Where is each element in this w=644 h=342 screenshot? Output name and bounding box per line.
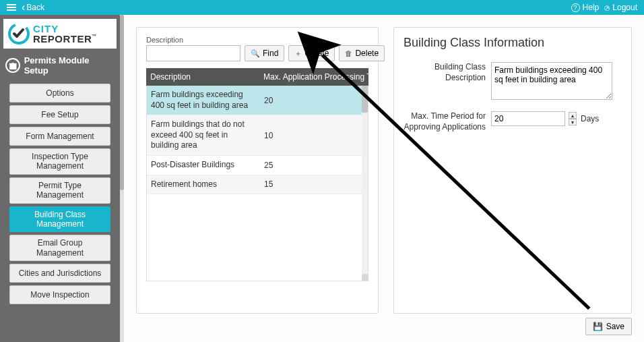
logo-text-reporter: REPORTER: [33, 33, 92, 45]
delete-button[interactable]: 🗑 Delete: [339, 45, 385, 61]
trash-icon: 🗑: [345, 49, 352, 57]
table-row[interactable]: Post-Disaster Buildings25: [147, 156, 368, 175]
module-header: Permits Module Setup: [0, 55, 120, 76]
table-row[interactable]: Retirement homes15: [147, 175, 368, 195]
help-icon: ?: [571, 3, 580, 12]
delete-label: Delete: [355, 49, 379, 58]
desc-field-label: Building Class Description: [404, 62, 491, 102]
sidebar-item-8[interactable]: Move Inspection: [9, 285, 110, 304]
grid-header: Description Max. Application Processing …: [146, 68, 368, 86]
chevron-left-icon: [22, 2, 25, 13]
search-icon: 🔍: [251, 49, 260, 58]
sidebar-item-5[interactable]: Building Class Management: [9, 206, 110, 233]
table-cell-desc: Farm buildings that do not exceed 400 sq…: [147, 119, 261, 151]
save-button[interactable]: 💾 Save: [585, 318, 632, 335]
table-cell-val: 25: [261, 161, 368, 170]
module-icon: [5, 58, 20, 73]
grid-header-desc[interactable]: Description: [146, 72, 261, 82]
plus-icon: ＋: [294, 49, 302, 59]
time-unit: Days: [581, 114, 599, 123]
logo-tm: ™: [92, 34, 97, 38]
sidebar: CITY REPORTER™ Permits Module Setup Opti…: [0, 15, 120, 342]
logout-icon: [604, 3, 610, 13]
sidebar-item-1[interactable]: Fee Setup: [9, 105, 110, 124]
detail-title: Building Class Information: [404, 36, 622, 50]
save-label: Save: [606, 322, 624, 331]
sidebar-item-2[interactable]: Form Management: [9, 127, 110, 146]
time-input[interactable]: [491, 111, 565, 126]
desc-textarea[interactable]: [491, 62, 612, 100]
grid-header-max[interactable]: Max. Application Processing Time ...: [261, 72, 368, 82]
logo: CITY REPORTER™: [3, 19, 117, 49]
table-cell-val: 20: [261, 96, 368, 105]
back-label: Back: [26, 3, 44, 12]
grid-scrollbar-thumb-top[interactable]: [362, 86, 368, 113]
table-row[interactable]: Farm buildings exceeding 400 sq feet in …: [147, 86, 368, 115]
grid-scrollbar[interactable]: [362, 86, 368, 281]
table-cell-val: 10: [261, 131, 368, 140]
table-row[interactable]: Farm buildings that do not exceed 400 sq…: [147, 115, 368, 156]
table-cell-desc: Post-Disaster Buildings: [147, 160, 261, 171]
help-button[interactable]: ? Help: [571, 3, 600, 12]
table-cell-desc: Farm buildings exceeding 400 sq feet in …: [147, 90, 261, 111]
menu-icon[interactable]: [7, 4, 16, 11]
sidebar-item-4[interactable]: Permit Type Management: [9, 177, 110, 204]
logo-mark-icon: [7, 22, 30, 45]
help-label: Help: [583, 3, 600, 12]
detail-panel: Building Class Information Building Clas…: [393, 27, 632, 314]
time-field-label: Max. Time Period for Approving Applicati…: [404, 111, 491, 132]
back-button[interactable]: Back: [22, 2, 44, 13]
spinner-up-icon[interactable]: ▲: [569, 112, 577, 119]
sidebar-item-7[interactable]: Cities and Jurisdictions: [9, 264, 110, 283]
sidebar-item-3[interactable]: Inspection Type Management: [9, 148, 110, 175]
spinner-down-icon[interactable]: ▼: [569, 119, 577, 125]
create-button[interactable]: ＋ Create: [288, 45, 335, 61]
search-input[interactable]: [146, 45, 240, 61]
table-cell-desc: Retirement homes: [147, 179, 261, 190]
logout-button[interactable]: Logout: [604, 3, 637, 13]
find-button[interactable]: 🔍 Find: [245, 45, 284, 61]
sidebar-item-6[interactable]: Email Group Management: [9, 235, 110, 261]
sidebar-item-0[interactable]: Options: [9, 84, 110, 103]
logout-label: Logout: [612, 3, 637, 12]
table-cell-val: 15: [261, 179, 368, 189]
find-label: Find: [263, 49, 278, 58]
logo-text-city: CITY: [33, 24, 97, 34]
grid-scrollbar-thumb-bottom[interactable]: [362, 274, 368, 281]
save-icon: 💾: [593, 322, 603, 331]
module-title: Permits Module Setup: [24, 55, 115, 76]
create-label: Create: [304, 49, 329, 58]
grid-body: Farm buildings exceeding 400 sq feet in …: [146, 86, 368, 281]
search-label: Description: [146, 36, 368, 44]
list-panel: Description 🔍 Find ＋ Create 🗑 Delete: [136, 27, 379, 314]
